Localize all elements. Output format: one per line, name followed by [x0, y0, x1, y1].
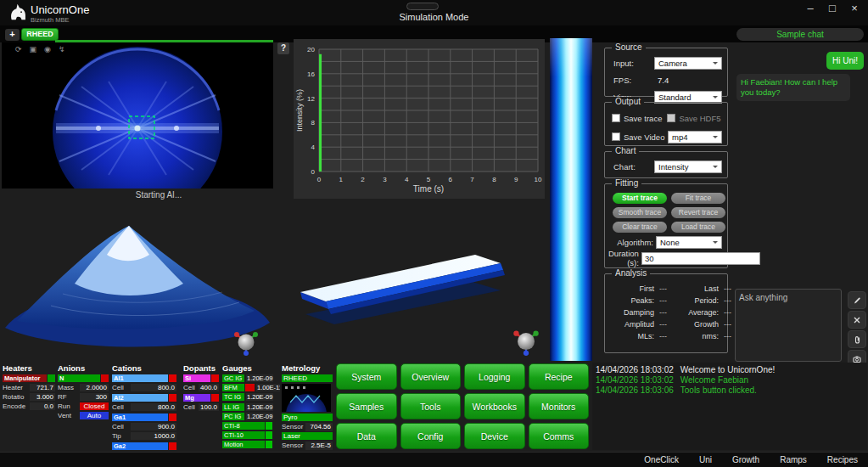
device-header: Ga2 — [112, 442, 176, 450]
rheed-pattern-image — [2, 42, 273, 188]
analysis-grid: First---Last---Peaks:---Period:---Dampin… — [605, 274, 727, 340]
group-title: Source — [612, 42, 646, 52]
nav-button-system[interactable]: System — [336, 363, 397, 390]
nav-button-workbooks[interactable]: Workbooks — [464, 393, 525, 419]
save-hdf5-checkbox[interactable] — [667, 114, 675, 122]
device-row: Cell800.0 — [112, 384, 176, 391]
fitting-button-clear-trace[interactable]: Clear trace — [613, 222, 667, 233]
refresh-icon[interactable]: ⟳ — [15, 44, 22, 54]
gauge-value: 1.20E-09 — [246, 403, 273, 411]
flash-icon[interactable]: ↯ — [59, 44, 65, 54]
nav-button-recipe[interactable]: Recipe — [529, 363, 590, 390]
compose-icon — [852, 295, 862, 306]
intensity-chart: 012345678910048121620Time (s)Intensity (… — [294, 39, 545, 199]
attach-button[interactable] — [848, 330, 866, 348]
send-button[interactable] — [848, 291, 866, 309]
device-name: N — [58, 374, 100, 382]
tab-rheed[interactable]: RHEED — [21, 28, 59, 41]
fitting-button-fit-trace[interactable]: Fit trace — [671, 193, 725, 204]
panel-title: Cations — [112, 363, 176, 374]
gauge-value: 1.00E-11 — [256, 384, 280, 391]
row-value: 721.7 — [30, 384, 55, 391]
close-icon — [852, 315, 862, 325]
gauge-row: PC IG1.20E-09 — [222, 413, 280, 420]
nav-button-monitors[interactable]: Monitors — [529, 393, 590, 419]
nav-button-comms[interactable]: Comms — [529, 423, 590, 449]
fitting-button-start-trace[interactable]: Start trace — [613, 193, 667, 204]
nav-button-tools[interactable]: Tools — [400, 393, 462, 419]
row-key: Sensor — [282, 423, 304, 431]
fitting-button-load-trace[interactable]: Load trace — [671, 222, 725, 233]
gauge-label: CTI-8 — [222, 422, 265, 430]
analysis-label: MLs: — [612, 332, 654, 340]
analysis-label: Last — [678, 284, 719, 293]
video-format-select[interactable]: mp4 — [668, 131, 722, 143]
analysis-label: Amplitud — [612, 320, 654, 329]
device-row: Cell100.0 — [183, 403, 219, 411]
group-title: Chart — [612, 146, 639, 155]
algorithm-select[interactable]: None — [656, 236, 722, 249]
device-name: Si — [183, 374, 210, 382]
nav-button-config[interactable]: Config — [400, 423, 462, 449]
clear-button[interactable] — [848, 311, 866, 329]
group-title: Fitting — [612, 178, 641, 188]
log-timestamp: 14/04/2026 18:03:02 — [596, 375, 674, 385]
gauge-label: BFM — [222, 384, 244, 391]
duration-input[interactable] — [641, 252, 760, 265]
status-item-ramps[interactable]: Ramps — [780, 455, 807, 464]
roi-rectangle[interactable] — [129, 116, 154, 138]
svg-text:2: 2 — [361, 176, 365, 183]
chat-input[interactable] — [735, 289, 842, 362]
status-item-recipes[interactable]: Recipes — [827, 455, 858, 464]
analysis-label: Damping — [612, 308, 654, 317]
minimize-button[interactable]: – — [804, 2, 817, 14]
row-value: 900.0 — [131, 423, 176, 430]
attach-icon — [852, 335, 862, 345]
nav-button-samples[interactable]: Samples — [336, 393, 397, 419]
svg-text:4: 4 — [405, 176, 409, 183]
close-button[interactable]: × — [848, 2, 861, 14]
nav-button-data[interactable]: Data — [336, 423, 397, 449]
chart-type-select[interactable]: Intensity — [654, 160, 722, 173]
rheed-sensor-label: RHEED — [282, 374, 333, 382]
detector-icon[interactable]: ◉ — [44, 44, 51, 54]
panel-title: Dopants — [183, 363, 219, 374]
status-item-uni[interactable]: Uni — [699, 455, 712, 464]
log-entry: 14/04/2026 18:03:02Welcome Faebian — [596, 375, 864, 385]
svg-text:4: 4 — [311, 143, 316, 151]
fitting-button-revert-trace[interactable]: Revert trace — [671, 207, 725, 218]
svg-text:6: 6 — [449, 176, 453, 183]
chat-message-assistant: Hi Faebian! How can I help you today? — [736, 74, 850, 101]
group-title: Output — [612, 97, 644, 106]
row-value: 800.0 — [131, 403, 176, 411]
status-item-oneclick[interactable]: OneClick — [644, 455, 679, 464]
app-window: UnicornOne Bizmuth MBE Simulation Mode –… — [0, 0, 868, 467]
input-select[interactable]: Camera — [654, 57, 722, 70]
status-items: OneClickUniGrowthRampsRecipes — [644, 455, 858, 464]
nav-button-logging[interactable]: Logging — [464, 363, 525, 390]
orientation-gizmo[interactable] — [231, 324, 261, 357]
maximize-button[interactable]: □ — [826, 2, 839, 14]
input-select-value: Camera — [658, 59, 687, 68]
orientation-gizmo[interactable] — [509, 323, 543, 357]
nav-button-device[interactable]: Device — [464, 423, 525, 449]
analysis-label: Peaks: — [612, 296, 654, 305]
camera-icon[interactable]: ▣ — [30, 44, 37, 54]
fitting-button-smooth-trace[interactable]: Smooth trace — [613, 207, 667, 218]
gauge-alert — [245, 384, 255, 391]
analysis-value: --- — [658, 308, 675, 317]
gauge-row: TC IG1.20E-09 — [222, 393, 280, 401]
save-trace-checkbox[interactable] — [612, 114, 620, 122]
panel-title: Metrology — [282, 363, 333, 374]
device-row: VentAuto — [58, 412, 109, 419]
save-video-checkbox[interactable] — [612, 132, 620, 141]
help-button[interactable]: ? — [277, 42, 289, 54]
nav-button-overview[interactable]: Overview — [400, 363, 462, 390]
status-item-growth[interactable]: Growth — [732, 455, 759, 464]
window-drag-handle[interactable] — [406, 3, 439, 10]
row-key: Rotatio — [3, 393, 28, 401]
add-tab-button[interactable]: + — [5, 29, 20, 41]
ridge-3d-plot[interactable] — [282, 219, 528, 338]
device-header: Al1 — [112, 374, 176, 382]
svg-text:8: 8 — [492, 176, 496, 183]
